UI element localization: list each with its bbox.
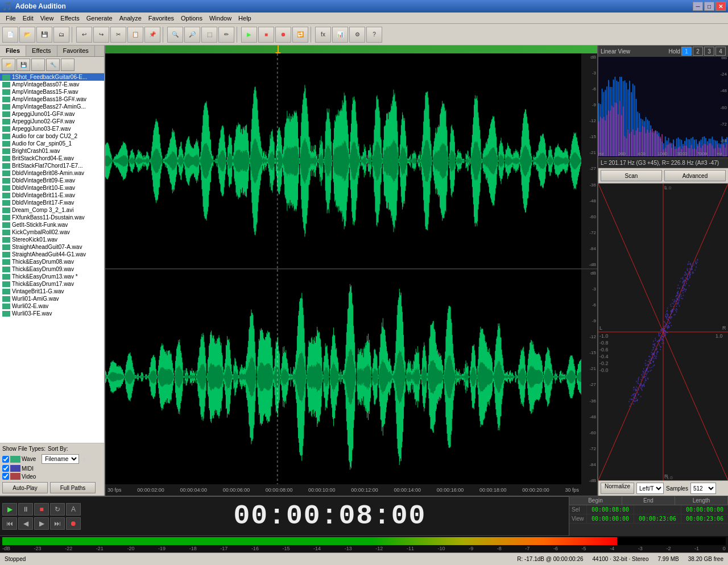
file-item[interactable]: Audio for Car_spin05_1 <box>0 140 104 147</box>
file-item[interactable]: AmpVintageBass18-GF#.wav <box>0 95 104 103</box>
pause-button[interactable]: ⏸ <box>18 503 33 516</box>
midi-checkbox[interactable] <box>2 465 9 472</box>
toolbar-cut[interactable]: ✂ <box>110 27 126 43</box>
stop-button[interactable]: ■ <box>34 503 49 516</box>
toolbar-play[interactable]: ▶ <box>241 27 257 43</box>
file-item[interactable]: FXfunkBass11-Dsustain.wav <box>0 214 104 221</box>
toolbar-select[interactable]: ⬚ <box>201 27 217 43</box>
tab-effects[interactable]: Effects <box>26 45 57 56</box>
tab-favorites[interactable]: Favorites <box>57 45 95 56</box>
minimize-button[interactable]: ─ <box>693 2 703 11</box>
hold-btn-2[interactable]: 2 <box>693 47 703 56</box>
toolbar-save[interactable]: 💾 <box>36 27 52 43</box>
normalize-mode-select[interactable]: Left/T Right Both <box>636 483 664 494</box>
file-item[interactable]: GetIt-StickIt-Funk.wav <box>0 221 104 229</box>
advanced-button[interactable]: Advanced <box>664 170 726 181</box>
toolbar-new[interactable]: 📄 <box>2 27 18 43</box>
menu-edit[interactable]: Edit <box>19 14 37 23</box>
menu-generate[interactable]: Generate <box>83 14 116 23</box>
panel-open-btn[interactable]: 📂 <box>2 59 15 71</box>
file-item[interactable]: KickCymbalRoll02.wav <box>0 229 104 236</box>
file-item[interactable]: Thick&EasyDrum08.wav <box>0 258 104 265</box>
menu-analyze[interactable]: Analyze <box>116 14 145 23</box>
play-button[interactable]: ▶ <box>2 503 17 516</box>
waveform-bottom[interactable]: dB -3 -6 -9 -12 -15 -21 -27 -36 -48 -60 … <box>105 269 597 484</box>
toolbar-undo[interactable]: ↩ <box>76 27 92 43</box>
toolbar-open[interactable]: 📂 <box>19 27 35 43</box>
maximize-button[interactable]: □ <box>704 2 714 11</box>
file-item[interactable]: AmpVintageBass07-E.wav <box>0 81 104 88</box>
hold-btn-3[interactable]: 3 <box>704 47 714 56</box>
auto-button[interactable]: A <box>66 503 81 516</box>
loop-button[interactable]: ↻ <box>50 503 65 516</box>
toolbar-effects[interactable]: fx <box>315 27 331 43</box>
file-item[interactable]: DbldVintageBrit11-E.wav <box>0 192 104 199</box>
toolbar-zoom-in[interactable]: 🔍 <box>167 27 183 43</box>
panel-close-btn[interactable]: ✕ <box>31 59 45 71</box>
wave-checkbox[interactable] <box>2 456 9 463</box>
file-item[interactable]: ArpeggiJuno03-E7.wav <box>0 125 104 132</box>
file-item[interactable]: DbldVintageBrit08-Amin.wav <box>0 169 104 177</box>
full-paths-button[interactable]: Full Paths <box>50 482 96 493</box>
progress-bar[interactable] <box>105 45 597 53</box>
file-item[interactable]: VintageBrit11-G.wav <box>0 288 104 295</box>
video-checkbox[interactable] <box>2 473 9 480</box>
toolbar-stop[interactable]: ■ <box>258 27 274 43</box>
menu-effects[interactable]: Effects <box>57 14 82 23</box>
auto-play-button[interactable]: Auto-Play <box>2 482 48 493</box>
normalize-button[interactable]: Normalize <box>601 483 634 494</box>
toolbar-pencil[interactable]: ✏ <box>218 27 234 43</box>
goto-start-button[interactable]: ⏮ <box>2 517 17 530</box>
step-back-button[interactable]: ◀ <box>18 517 33 530</box>
sort-select[interactable]: Filename Date Size Duration <box>42 454 79 464</box>
file-item[interactable]: BritStackChord04-E.wav <box>0 155 104 162</box>
toolbar-paste[interactable]: 📌 <box>144 27 160 43</box>
file-item[interactable]: Wurli01-AmiG.wav <box>0 295 104 302</box>
tab-files[interactable]: Files <box>0 45 26 56</box>
hold-btn-1[interactable]: 1 <box>681 47 692 56</box>
menu-file[interactable]: File <box>2 14 19 23</box>
file-item[interactable]: BrightCrash01.wav <box>0 147 104 155</box>
toolbar-zoom-out[interactable]: 🔎 <box>184 27 200 43</box>
toolbar-settings[interactable]: ⚙ <box>349 27 365 43</box>
menu-favorites[interactable]: Favorites <box>145 14 177 23</box>
toolbar-save-all[interactable]: 🗂 <box>53 27 69 43</box>
hold-btn-4[interactable]: 4 <box>715 47 726 56</box>
toolbar-help[interactable]: ? <box>366 27 382 43</box>
file-item[interactable]: ArpeggiJuno01-GF#.wav <box>0 110 104 118</box>
file-item[interactable]: StraightAheadGuit07-A.wav <box>0 243 104 251</box>
file-item[interactable]: AmpVintageBass27-AminG... <box>0 103 104 110</box>
step-fwd-button[interactable]: ▶ <box>34 517 49 530</box>
samples-select[interactable]: 512 256 1024 <box>690 483 716 494</box>
file-item[interactable]: DbldVintageBrit10-E.wav <box>0 184 104 192</box>
file-item[interactable]: DbldVintageBrit17-F.wav <box>0 199 104 206</box>
file-item[interactable]: ArpeggiJuno02-GF#.wav <box>0 118 104 125</box>
toolbar-loop[interactable]: 🔁 <box>292 27 308 43</box>
file-item[interactable]: StraightAheadGuit44-G1.wav <box>0 251 104 258</box>
toolbar-redo[interactable]: ↪ <box>93 27 109 43</box>
file-item[interactable]: AmpVintageBass15-F.wav <box>0 88 104 95</box>
file-item[interactable]: Thick&EasyDrum17.wav <box>0 280 104 288</box>
file-item[interactable]: Thick&EasyDrum13.wav * <box>0 273 104 280</box>
scan-button[interactable]: Scan <box>601 170 662 181</box>
file-item[interactable]: Thick&EasyDrum09.wav <box>0 265 104 273</box>
panel-help-btn[interactable]: ? <box>61 59 75 71</box>
panel-save-btn[interactable]: 💾 <box>16 59 30 71</box>
file-item[interactable]: Wurli03-FE.wav <box>0 310 104 317</box>
menu-options[interactable]: Options <box>177 14 206 23</box>
file-item[interactable]: DbldVintageBrit09-E.wav <box>0 177 104 184</box>
record-button[interactable]: ⏺ <box>66 517 81 530</box>
toolbar-copy[interactable]: 📋 <box>127 27 143 43</box>
menu-window[interactable]: Window <box>206 14 235 23</box>
panel-props-btn[interactable]: 🔧 <box>46 59 60 71</box>
menu-view[interactable]: View <box>37 14 57 23</box>
file-item[interactable]: Audio for car body CU2_2 <box>0 132 104 140</box>
close-button[interactable]: ✕ <box>715 2 726 11</box>
file-item[interactable]: Dream_Comp 3_2_1.avi <box>0 206 104 214</box>
toolbar-record[interactable]: ⏺ <box>275 27 291 43</box>
file-item[interactable]: 1Shot_FeedbackGuitar06-E... <box>0 73 104 81</box>
toolbar-normalize[interactable]: 📊 <box>332 27 348 43</box>
waveform-top[interactable]: dB -3 -6 -9 -12 -15 -21 -27 -36 -48 -60 … <box>105 53 597 269</box>
goto-end-button[interactable]: ⏭ <box>50 517 65 530</box>
file-item[interactable]: BritStackFlat7Chord17-E7... <box>0 162 104 169</box>
